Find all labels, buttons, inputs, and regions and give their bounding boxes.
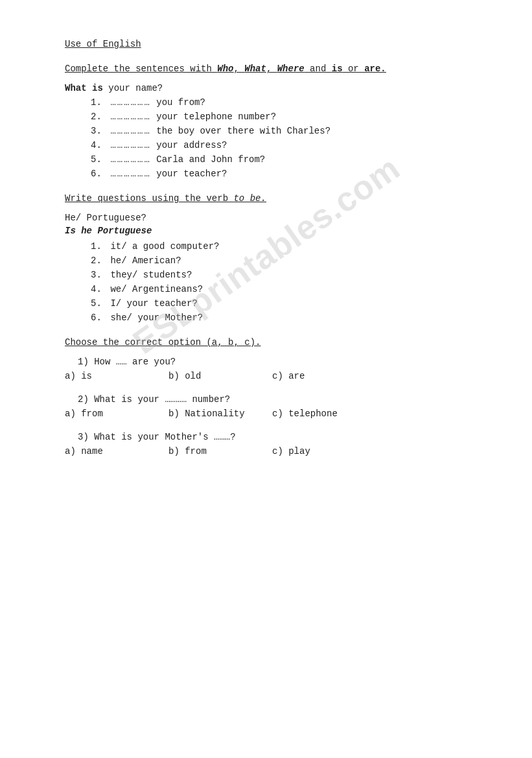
list-item: 1. ……………… you from? xyxy=(91,97,480,108)
keyword-what: What xyxy=(244,64,266,74)
example-suffix: your name? xyxy=(103,83,163,93)
mc-q1-options: a) is b) old c) are xyxy=(65,371,480,381)
keyword-who: Who xyxy=(217,64,233,74)
list-item: 2. ……………… your telephone number? xyxy=(91,112,480,122)
item-dots: ……………… xyxy=(110,112,150,122)
mc-q1-text: 1) How …… are you? xyxy=(78,357,480,367)
list-item: 6. ……………… your teacher? xyxy=(91,169,480,179)
item-num: 4. xyxy=(91,140,105,150)
section3-block: Choose the correct option (a, b, c). 1) … xyxy=(65,337,480,456)
item-text: they/ students? xyxy=(110,270,192,280)
mc-q3-option-b: b) from xyxy=(168,446,272,456)
keyword-where: Where xyxy=(277,64,305,74)
item-num: 1. xyxy=(91,97,105,108)
tobe-phrase: to be. xyxy=(233,193,266,204)
section-title-block: Use of English xyxy=(65,39,480,49)
item-text: your address? xyxy=(156,140,227,150)
section1-block: Complete the sentences with Who, What, W… xyxy=(65,64,480,179)
mc-q1-option-a: a) is xyxy=(65,371,168,381)
item-dots: ……………… xyxy=(110,140,150,150)
mc-q3-text: 3) What is your Mother's ………? xyxy=(78,432,480,442)
section2-list: 1. it/ a good computer? 2. he/ American?… xyxy=(91,241,480,323)
example-is: is xyxy=(92,83,103,93)
item-num: 2. xyxy=(91,255,105,266)
item-num: 1. xyxy=(91,241,105,252)
section2-instruction: Write questions using the verb to be. xyxy=(65,193,480,204)
list-item: 5. I/ your teacher? xyxy=(91,298,480,309)
mc-q2-option-b: b) Nationality xyxy=(168,409,272,419)
item-text: your teacher? xyxy=(156,169,227,179)
section1-list: 1. ……………… you from? 2. ……………… your telep… xyxy=(91,97,480,179)
list-item: 3. they/ students? xyxy=(91,270,480,280)
item-num: 6. xyxy=(91,169,105,179)
item-num: 3. xyxy=(91,126,105,136)
list-item: 3. ……………… the boy over there with Charle… xyxy=(91,126,480,136)
section3-instruction: Choose the correct option (a, b, c). xyxy=(65,337,480,348)
item-text: your telephone number? xyxy=(156,112,276,122)
mc-q3-options: a) name b) from c) play xyxy=(65,446,480,456)
item-text: we/ Argentineans? xyxy=(110,284,203,294)
item-text: you from? xyxy=(156,97,205,108)
page: ESLprintables.com Use of English Complet… xyxy=(0,0,532,510)
item-text: it/ a good computer? xyxy=(110,241,219,252)
mc-question-3: 3) What is your Mother's ………? a) name b)… xyxy=(65,432,480,456)
item-dots: ……………… xyxy=(110,97,150,108)
page-title: Use of English xyxy=(65,39,480,49)
list-item: 5. ……………… Carla and John from? xyxy=(91,154,480,165)
item-num: 4. xyxy=(91,284,105,294)
mc-q1-option-c: c) are xyxy=(272,371,376,381)
item-text: I/ your teacher? xyxy=(110,298,197,309)
mc-q2-option-c: c) telephone xyxy=(272,409,376,419)
item-text: Carla and John from? xyxy=(156,154,265,165)
mc-q3-option-a: a) name xyxy=(65,446,168,456)
list-item: 1. it/ a good computer? xyxy=(91,241,480,252)
section1-example: What is your name? xyxy=(65,83,480,93)
item-dots: ……………… xyxy=(110,154,150,165)
item-text: he/ American? xyxy=(110,255,181,266)
mc-q2-text: 2) What is your ………… number? xyxy=(78,394,480,405)
mc-question-2: 2) What is your ………… number? a) from b) … xyxy=(65,394,480,419)
mc-q2-option-a: a) from xyxy=(65,409,168,419)
item-text: she/ your Mother? xyxy=(110,313,203,323)
list-item: 6. she/ your Mother? xyxy=(91,313,480,323)
item-dots: ……………… xyxy=(110,169,150,179)
example-what: What xyxy=(65,83,87,93)
item-num: 3. xyxy=(91,270,105,280)
mc-q2-options: a) from b) Nationality c) telephone xyxy=(65,409,480,419)
item-num: 5. xyxy=(91,154,105,165)
mc-question-1: 1) How …… are you? a) is b) old c) are xyxy=(65,357,480,381)
item-dots: ……………… xyxy=(110,126,150,136)
item-text: the boy over there with Charles? xyxy=(156,126,330,136)
section2-example-a: Is he Portuguese xyxy=(65,226,480,236)
item-num: 5. xyxy=(91,298,105,309)
section2-block: Write questions using the verb to be. He… xyxy=(65,193,480,323)
mc-q1-option-b: b) old xyxy=(168,371,272,381)
item-num: 6. xyxy=(91,313,105,323)
list-item: 2. he/ American? xyxy=(91,255,480,266)
item-num: 2. xyxy=(91,112,105,122)
section1-instruction: Complete the sentences with Who, What, W… xyxy=(65,64,480,74)
list-item: 4. we/ Argentineans? xyxy=(91,284,480,294)
keyword-are: are. xyxy=(364,64,386,74)
keyword-is: is xyxy=(332,64,343,74)
list-item: 4. ……………… your address? xyxy=(91,140,480,150)
section2-example-q: He/ Portuguese? xyxy=(65,213,480,223)
mc-q3-option-c: c) play xyxy=(272,446,376,456)
